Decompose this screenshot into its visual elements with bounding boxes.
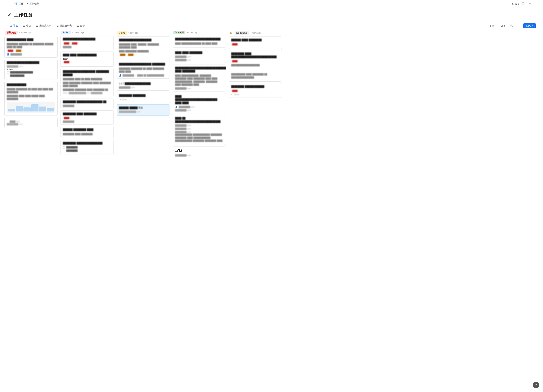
- new-button[interactable]: New ▾: [523, 23, 536, 28]
- more-nav-button[interactable]: ···: [535, 1, 540, 6]
- checkbox-1[interactable]: [7, 72, 9, 74]
- card-longterm-2[interactable]: ████████████████████ ████████.com Todos:…: [4, 59, 57, 80]
- tab-meeting[interactable]: ☰ 会议: [20, 23, 34, 29]
- nostatus-icon: 🔒: [230, 31, 233, 34]
- card-done-2[interactable]: ████ ████ ████████ ████████.com ████████…: [173, 49, 226, 63]
- tag-1: ████: [119, 53, 126, 56]
- column-longterm: 长期关注 3 months ago ████████████ ████ ████…: [4, 29, 57, 386]
- card-done-3[interactable]: ████████████████████████████████████ ███…: [173, 65, 226, 91]
- card-tags: ████: [231, 43, 280, 46]
- card-todo-7[interactable]: ████████ ████████████████ ████████ █████…: [61, 140, 114, 155]
- nostatus-add-button[interactable]: +: [264, 31, 268, 35]
- footer-text: ████████.com: [175, 56, 191, 58]
- breadcrumb-task[interactable]: 工作任务: [29, 2, 39, 5]
- history-button[interactable]: 🕐: [520, 1, 525, 6]
- tab-incomplete[interactable]: ☰ 未完成列表: [34, 23, 54, 29]
- forward-button[interactable]: →: [8, 1, 12, 6]
- star-button[interactable]: ☆: [528, 1, 533, 6]
- card-longterm-1[interactable]: ████████████ ████ ████████ ███████ ██ ██…: [4, 36, 57, 57]
- card-nostatus-1[interactable]: ██████ ████ ████████ ████: [229, 36, 282, 49]
- card-done-6[interactable]: 1点2 ████████.com: [173, 147, 226, 159]
- card-longterm-3[interactable]: ████████████ ██████ ████████ ██ ████ ███…: [4, 81, 57, 116]
- tabs-bar: ⊞ 看板 ☰ 会议 ☰ 未完成列表 ☰ 已完成列表 ☰ 全部 + Filter …: [0, 23, 543, 29]
- tab-complete[interactable]: ☰ 已完成列表: [54, 23, 74, 29]
- footer-icon: ☑: [7, 120, 9, 123]
- card-footer: 👤 ████████: [7, 53, 55, 56]
- card-done-5[interactable]: ████ ██ ████████████████████████████ ███…: [173, 115, 226, 145]
- column-body-done: ████████████████████████████ ████ ██████…: [173, 36, 226, 386]
- breadcrumb-separator: /: [25, 2, 25, 5]
- help-button[interactable]: ?: [533, 382, 539, 388]
- card-longterm-4[interactable]: ☑ ████ 关注 ████████.com: [4, 117, 57, 128]
- column-more-button[interactable]: ···: [159, 31, 164, 35]
- chart-bar-2: [16, 106, 23, 112]
- tag-2: ████: [71, 42, 78, 45]
- card-todo-6[interactable]: ██████ ████████ ████ ████████ ████ █████…: [61, 126, 114, 138]
- column-time-done: a month ago: [187, 31, 198, 34]
- filter-button[interactable]: Filter: [488, 24, 497, 28]
- card-title: ██████ ████████ ████: [63, 128, 111, 131]
- tab-board[interactable]: ⊞ 看板: [7, 23, 20, 29]
- card-nostatus-2[interactable]: ████████ ████ ██████████████████████████…: [229, 50, 282, 69]
- sort-button[interactable]: Sort: [499, 24, 507, 28]
- card-nostatus-4[interactable]: ████████ ████████████ ████ ☑ Show: [229, 83, 282, 98]
- back-button[interactable]: ←: [3, 1, 7, 6]
- card-title: ████ ██████████████████████████ ████ ███…: [175, 95, 223, 105]
- card-footer-2: ████████.com: [175, 59, 223, 61]
- card-todo-2[interactable]: ████ ████ ████████████ Team ████: [61, 51, 114, 67]
- card-todo-3[interactable]: ████████████████████ ████████ ██████ ███…: [61, 68, 114, 97]
- more-toolbar-button[interactable]: ···: [516, 24, 522, 28]
- page-header: ✔ 工作任务: [0, 7, 543, 23]
- card-doing-5[interactable]: ██████-█████ 看板 ████████████.com: [117, 104, 170, 116]
- tag-2: ████: [127, 53, 134, 56]
- card-nostatus-3[interactable]: ██████████ ████ ████████ ██ ████████████…: [229, 71, 282, 82]
- tab-all[interactable]: ☰ 全部: [74, 23, 87, 29]
- card-link: https://████████████.com/████████: [63, 92, 111, 94]
- share-button[interactable]: Share: [513, 1, 518, 6]
- card-tags: ████ ████: [119, 53, 167, 56]
- card-footer: ████████.com: [175, 56, 223, 58]
- card-done-4[interactable]: ████ ██████████████████████████ ████ ███…: [173, 93, 226, 114]
- card-footer: ████████.com: [119, 86, 167, 89]
- tab-add-button[interactable]: +: [87, 23, 93, 29]
- card-footer: ☑ Show: [231, 93, 280, 96]
- checkbox-1[interactable]: [63, 147, 65, 149]
- breadcrumb-workspace[interactable]: 工作: [19, 2, 23, 5]
- checkbox-2[interactable]: [7, 75, 9, 77]
- footer-text: ████████.com: [119, 86, 135, 89]
- card-doing-3[interactable]: 1.6.7 ████████████████ ████████.com: [117, 80, 170, 91]
- todo-label: Todos:: [7, 68, 55, 70]
- tab-meeting-label: 会议: [26, 24, 31, 27]
- card-todo-4[interactable]: ████████ ████████████████ ██ ████████: [61, 98, 114, 109]
- card-tags: ████: [231, 60, 280, 62]
- checkbox-row-1: ████████: [63, 146, 111, 149]
- search-icon: 🔍: [510, 24, 513, 27]
- chart: [7, 102, 55, 113]
- search-button[interactable]: 🔍: [508, 24, 515, 28]
- footer-text-2: ████████.com: [175, 59, 191, 61]
- column-title-longterm: 长期关注: [5, 31, 18, 35]
- card-footer: ████████.com: [175, 124, 223, 126]
- tab-board-icon: ⊞: [10, 24, 12, 27]
- card-body: ████ ██████████████ ██ ████ ████: [175, 42, 223, 45]
- card-todo-1[interactable]: ████████████████████ ████ ████ ██████: [61, 36, 114, 50]
- card-todo-5[interactable]: ████████ ████ ████████ ████ ████████: [61, 110, 114, 125]
- checkbox-2[interactable]: [63, 150, 65, 152]
- card-doing-4[interactable]: ████████ ████████ ☑ Show: [117, 92, 170, 103]
- checkbox-row-2: ████████: [63, 149, 111, 152]
- card-title: ████████████████████ ████████: [119, 63, 167, 66]
- tag-1: ████: [231, 90, 238, 92]
- footer-icon: 👤: [175, 106, 178, 108]
- tag-1: ████: [63, 117, 70, 119]
- card-doing-1[interactable]: ████████████████████ ████████ ████, ████…: [117, 36, 170, 59]
- card-title: ██████ ████ ████████: [231, 39, 280, 42]
- card-doing-2[interactable]: ████████████████████ ████████ ████████ █…: [117, 61, 170, 79]
- card-done-1[interactable]: ████████████████████████████ ████ ██████…: [173, 36, 226, 48]
- sort-label: Sort: [500, 24, 505, 27]
- card-footer: ████████: [63, 105, 111, 107]
- footer-text: ████████: [63, 105, 74, 107]
- column-todo: To Do 4 months ago ████████████████████ …: [61, 29, 114, 386]
- card-title: ████ ██ ████████████████████████████: [175, 117, 223, 123]
- checkbox-text-2: ████████: [66, 149, 78, 152]
- column-add-button[interactable]: +: [165, 31, 169, 35]
